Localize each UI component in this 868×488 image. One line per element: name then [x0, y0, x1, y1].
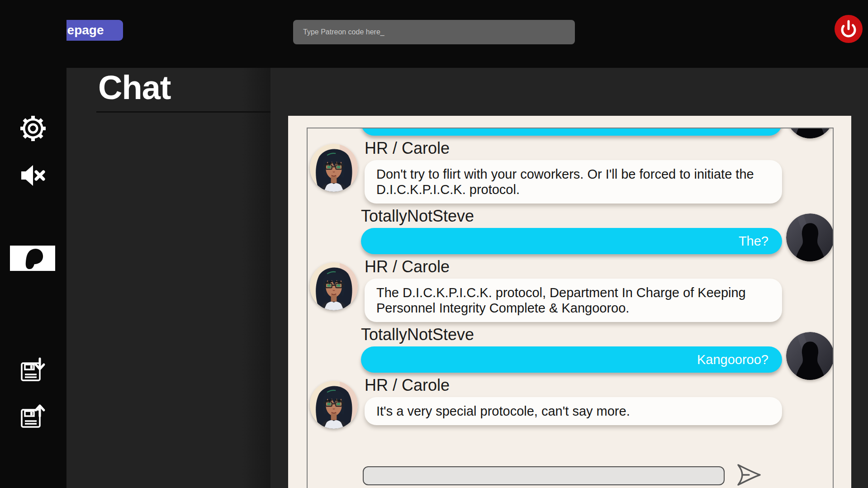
page-title: Chat — [96, 70, 270, 113]
message-bubble: Don't try to flirt with your coworkers. … — [365, 160, 782, 204]
sidebar — [0, 0, 66, 488]
save-game-button[interactable] — [19, 357, 47, 386]
message-author: HR / Carole — [365, 139, 782, 157]
settings-button[interactable] — [19, 114, 47, 143]
patreon-code-input[interactable] — [293, 20, 575, 44]
chat-window: TotallyNotSteve HR / CaroleDon't try to … — [288, 116, 851, 488]
message-author: TotallyNotSteve — [361, 207, 782, 225]
paper-plane-icon — [735, 462, 764, 488]
message-bubble: It's a very special protocole, can't say… — [365, 397, 782, 425]
message-author: HR / Carole — [365, 376, 782, 394]
message-author: HR / Carole — [365, 258, 782, 276]
steve-avatar — [786, 213, 834, 261]
message-row: HR / CaroleDon't try to flirt with your … — [308, 139, 833, 204]
patreon-icon — [10, 246, 55, 271]
message-row: TotallyNotSteveThe? — [308, 207, 833, 254]
message-bubble — [361, 128, 782, 136]
message-row: TotallyNotSteve — [308, 128, 833, 136]
carole-avatar — [310, 381, 358, 429]
chat-message-input[interactable] — [363, 466, 725, 485]
power-button[interactable] — [835, 15, 863, 43]
chat-input-row — [363, 462, 764, 488]
chat-nav-panel: Chat — [66, 68, 270, 488]
carole-avatar — [310, 144, 358, 192]
send-button[interactable] — [735, 462, 764, 488]
message-bubble: The? — [361, 228, 782, 254]
message-list: TotallyNotSteve HR / CaroleDon't try to … — [308, 128, 833, 425]
gear-icon — [19, 114, 47, 143]
patreon-button[interactable] — [10, 246, 55, 271]
message-row: HR / CaroleThe D.I.C.K.P.I.C.K. protocol… — [308, 258, 833, 322]
steve-avatar — [786, 332, 834, 380]
message-bubble: Kangooroo? — [361, 346, 782, 373]
load-disk-up-arrow-icon — [19, 404, 47, 433]
mute-button[interactable] — [19, 161, 47, 190]
message-row: HR / CaroleIt's a very special protocole… — [308, 376, 833, 425]
power-icon — [835, 15, 863, 43]
load-game-button[interactable] — [19, 404, 47, 433]
app-window: homepage — [0, 0, 868, 488]
carole-avatar — [310, 262, 358, 310]
message-author: TotallyNotSteve — [361, 326, 782, 344]
steve-avatar — [786, 128, 834, 138]
message-bubble: The D.I.C.K.P.I.C.K. protocol, Departmen… — [365, 279, 782, 322]
chat-message-panel: TotallyNotSteve HR / CaroleDon't try to … — [307, 128, 834, 488]
speaker-muted-icon — [19, 161, 47, 190]
message-row: TotallyNotSteveKangooroo? — [308, 326, 833, 373]
save-disk-down-arrow-icon — [19, 357, 47, 386]
